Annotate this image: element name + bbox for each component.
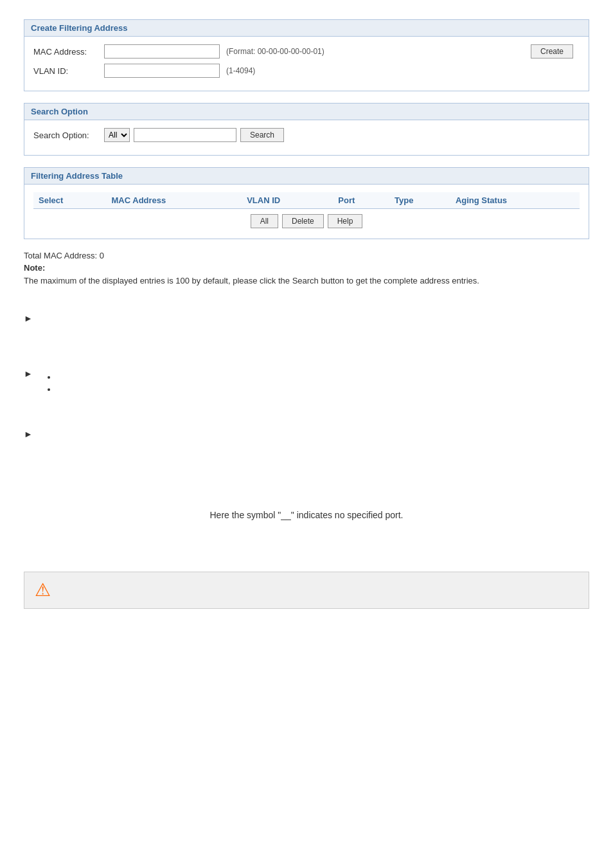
arrow-icon-1: ► — [24, 313, 33, 323]
create-button[interactable]: Create — [531, 44, 573, 59]
search-option-row: Search Option: All Search — [33, 128, 580, 142]
col-vlan: VLAN ID — [242, 192, 333, 209]
bullet-item-2 — [57, 384, 589, 394]
delete-button[interactable]: Delete — [282, 214, 324, 228]
arrow-icon-2: ► — [24, 368, 33, 379]
warning-icon: ⚠ — [35, 581, 51, 599]
all-button[interactable]: All — [251, 214, 278, 228]
table-header-row: Select MAC Address VLAN ID Port Type Agi… — [33, 192, 580, 209]
vlan-label: VLAN ID: — [33, 66, 104, 76]
search-value-input[interactable] — [134, 128, 236, 142]
search-button[interactable]: Search — [240, 128, 284, 142]
bullet-item-1 — [57, 372, 589, 382]
col-select: Select — [33, 192, 107, 209]
create-section-content: MAC Address: (Format: 00-00-00-00-00-01)… — [24, 37, 589, 91]
vlan-row: VLAN ID: (1-4094) — [33, 64, 531, 78]
table-section-title: Filtering Address Table — [24, 168, 589, 185]
mac-row: MAC Address: (Format: 00-00-00-00-00-01) — [33, 44, 531, 59]
main-container: Create Filtering Address MAC Address: (F… — [17, 13, 596, 622]
create-section-title: Create Filtering Address — [24, 20, 589, 37]
total-mac-info: Total MAC Address: 0 — [24, 251, 589, 260]
help-button[interactable]: Help — [328, 214, 363, 228]
search-section-content: Search Option: All Search — [24, 120, 589, 155]
create-section: Create Filtering Address MAC Address: (F… — [24, 19, 589, 91]
vlan-hint: (1-4094) — [226, 66, 255, 75]
search-section-title: Search Option — [24, 104, 589, 120]
col-aging: Aging Status — [450, 192, 580, 209]
symbol-note: Here the symbol "__" indicates no specif… — [24, 510, 589, 520]
col-type: Type — [389, 192, 450, 209]
arrow-section-3: ► — [24, 429, 589, 439]
warning-box: ⚠ — [24, 572, 589, 609]
mac-address-input[interactable] — [104, 44, 220, 59]
search-section: Search Option Search Option: All Search — [24, 103, 589, 156]
table-section: Filtering Address Table Select MAC Addre… — [24, 167, 589, 239]
arrow-content-2 — [38, 368, 589, 397]
filtering-address-table: Select MAC Address VLAN ID Port Type Agi… — [33, 192, 580, 209]
search-controls: All Search — [104, 128, 284, 142]
arrow-section-2: ► — [24, 368, 589, 397]
note-text: The maximum of the displayed entries is … — [24, 275, 589, 287]
mac-hint: (Format: 00-00-00-00-00-01) — [226, 47, 324, 56]
table-section-content: Select MAC Address VLAN ID Port Type Agi… — [24, 185, 589, 239]
table-actions: All Delete Help — [33, 209, 580, 231]
bullet-list — [57, 372, 589, 394]
create-btn-col: Create — [531, 44, 580, 59]
col-port: Port — [333, 192, 389, 209]
search-option-label: Search Option: — [33, 131, 104, 140]
note-label: Note: — [24, 263, 589, 273]
vlan-id-input[interactable] — [104, 64, 220, 78]
arrow-section-1: ► — [24, 313, 589, 323]
arrow-icon-3: ► — [24, 429, 33, 439]
search-option-select[interactable]: All — [104, 128, 130, 142]
col-mac: MAC Address — [107, 192, 242, 209]
mac-label: MAC Address: — [33, 47, 104, 57]
